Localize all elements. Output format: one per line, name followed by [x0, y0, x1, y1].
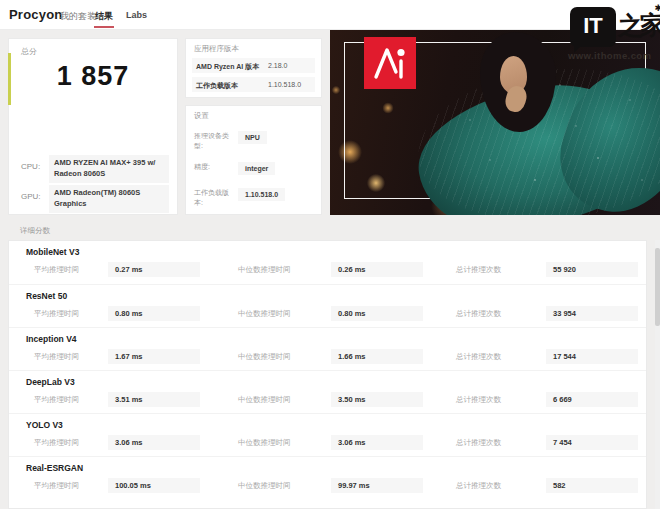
gpu-label: GPU: — [21, 192, 41, 201]
avg-inference-time-value: 0.27 ms — [108, 262, 200, 277]
procyon-logo: Procyon — [9, 7, 62, 22]
benchmark-row: Inception V4 平均推理时间 1.67 ms 中位数推理时间 1.66… — [9, 327, 646, 370]
median-inference-time-label: 中位数推理时间 — [238, 265, 291, 275]
total-inference-count-label: 总计推理次数 — [456, 352, 501, 362]
top-bar: Procyon 我的套装 结果 Labs — [0, 0, 660, 30]
avg-inference-time-label: 平均推理时间 — [34, 395, 79, 405]
app-version-row-label: AMD Ryzen AI 版本 — [196, 62, 259, 72]
total-inference-count-label: 总计推理次数 — [456, 395, 501, 405]
scrollbar[interactable] — [655, 240, 660, 509]
total-inference-count-label: 总计推理次数 — [456, 481, 501, 491]
median-inference-time-value: 3.50 ms — [331, 392, 423, 407]
app-version-row-value: 1.10.518.0 — [268, 81, 301, 88]
median-inference-time-value: 0.26 ms — [331, 262, 423, 277]
cpu-label: CPU: — [21, 162, 40, 171]
model-name: ResNet 50 — [26, 291, 67, 301]
total-inference-count-label: 总计推理次数 — [456, 309, 501, 319]
avg-inference-time-value: 1.67 ms — [108, 349, 200, 364]
model-name: DeepLab V3 — [26, 377, 75, 387]
model-name: YOLO V3 — [26, 420, 63, 430]
total-inference-count-label: 总计推理次数 — [456, 265, 501, 275]
median-inference-time-value: 3.06 ms — [331, 435, 423, 450]
benchmark-row: DeepLab V3 平均推理时间 3.51 ms 中位数推理时间 3.50 m… — [9, 370, 646, 413]
tab-my-suites[interactable]: 我的套装 — [60, 10, 96, 23]
app-version-row-value: 2.18.0 — [268, 62, 287, 69]
workload-version-value: 1.10.518.0 — [238, 188, 285, 201]
total-inference-count-value: 17 544 — [546, 349, 638, 364]
settings-card: 设置 推理设备类型: NPU 精度: integer 工作负载版本: 1.10.… — [185, 105, 322, 215]
benchmark-row: Real-ESRGAN 平均推理时间 100.05 ms 中位数推理时间 99.… — [9, 456, 646, 499]
app-version-row: AMD Ryzen AI 版本 2.18.0 — [192, 58, 315, 73]
total-inference-count-value: 55 920 — [546, 262, 638, 277]
precision-label: 精度: — [194, 162, 234, 172]
benchmark-row: ResNet 50 平均推理时间 0.80 ms 中位数推理时间 0.80 ms… — [9, 284, 646, 327]
settings-title: 设置 — [194, 111, 209, 121]
avg-inference-time-label: 平均推理时间 — [34, 309, 79, 319]
workload-version-label: 工作负载版本: — [194, 188, 234, 208]
overall-score-card: 总分 1 857 CPU: AMD RYZEN AI MAX+ 395 w/ R… — [8, 38, 178, 215]
avg-inference-time-label: 平均推理时间 — [34, 265, 79, 275]
tab-labs[interactable]: Labs — [126, 10, 147, 20]
avg-inference-time-label: 平均推理时间 — [34, 352, 79, 362]
gpu-value: AMD Radeon(TM) 8060S Graphics — [49, 185, 169, 213]
model-name: MobileNet V3 — [26, 247, 79, 257]
model-name: Real-ESRGAN — [26, 463, 83, 473]
ithome-watermark: IT 之家 ✱ www.ithome.com — [568, 3, 660, 65]
median-inference-time-value: 99.97 ms — [331, 478, 423, 493]
overall-score-value: 1 857 — [9, 61, 177, 92]
avg-inference-time-value: 3.51 ms — [108, 392, 200, 407]
total-inference-count-value: 7 454 — [546, 435, 638, 450]
tab-results[interactable]: 结果 — [95, 10, 113, 23]
total-inference-count-value: 582 — [546, 478, 638, 493]
app-version-row: 工作负载版本 1.10.518.0 — [192, 77, 315, 92]
app-version-row-label: 工作负载版本 — [196, 81, 238, 91]
gear-icon: ✱ — [654, 3, 660, 13]
median-inference-time-label: 中位数推理时间 — [238, 395, 291, 405]
median-inference-time-label: 中位数推理时间 — [238, 309, 291, 319]
ithome-logo-suffix: 之家 — [617, 8, 660, 43]
avg-inference-time-value: 0.80 ms — [108, 306, 200, 321]
benchmark-row: YOLO V3 平均推理时间 3.06 ms 中位数推理时间 3.06 ms 总… — [9, 413, 646, 456]
avg-inference-time-value: 100.05 ms — [108, 478, 200, 493]
median-inference-time-value: 1.66 ms — [331, 349, 423, 364]
overall-score-label: 总分 — [21, 46, 37, 57]
total-inference-count-label: 总计推理次数 — [456, 438, 501, 448]
scrollbar-thumb[interactable] — [655, 248, 660, 326]
ithome-logo-icon: IT — [570, 7, 616, 47]
ai-logo-icon — [364, 37, 416, 89]
total-inference-count-value: 6 669 — [546, 392, 638, 407]
inference-device-label: 推理设备类型: — [194, 131, 234, 151]
detailed-scores-card: MobileNet V3 平均推理时间 0.27 ms 中位数推理时间 0.26… — [8, 240, 647, 509]
total-inference-count-value: 33 954 — [546, 306, 638, 321]
median-inference-time-label: 中位数推理时间 — [238, 438, 291, 448]
ithome-url: www.ithome.com — [568, 50, 651, 61]
detailed-scores-title: 详细分数 — [20, 226, 50, 236]
median-inference-time-value: 0.80 ms — [331, 306, 423, 321]
avg-inference-time-label: 平均推理时间 — [34, 481, 79, 491]
app-version-title: 应用程序版本 — [194, 44, 239, 54]
inference-device-value: NPU — [238, 131, 267, 144]
precision-value: integer — [238, 162, 275, 175]
model-name: Inception V4 — [26, 334, 77, 344]
median-inference-time-label: 中位数推理时间 — [238, 352, 291, 362]
procyon-ai-logo-badge — [364, 37, 416, 89]
avg-inference-time-value: 3.06 ms — [108, 435, 200, 450]
avg-inference-time-label: 平均推理时间 — [34, 438, 79, 448]
cpu-value: AMD RYZEN AI MAX+ 395 w/ Radeon 8060S — [49, 155, 169, 183]
app-version-card: 应用程序版本 AMD Ryzen AI 版本 2.18.0 工作负载版本 1.1… — [185, 38, 322, 98]
median-inference-time-label: 中位数推理时间 — [238, 481, 291, 491]
benchmark-row: MobileNet V3 平均推理时间 0.27 ms 中位数推理时间 0.26… — [9, 241, 646, 284]
